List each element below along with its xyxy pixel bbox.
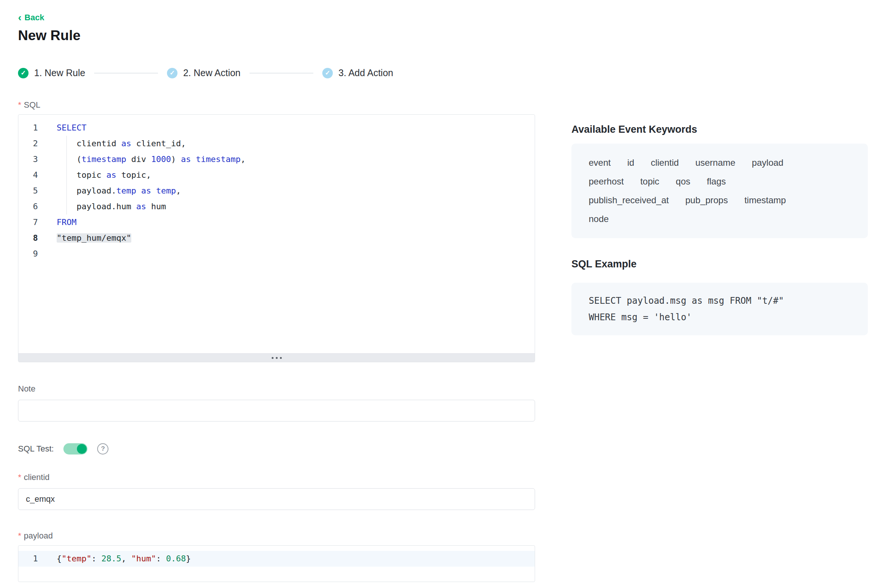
sql-test-row: SQL Test: ?	[18, 443, 535, 454]
payload-code-editor[interactable]: 1{"temp": 28.5, "hum": 0.68}	[18, 546, 535, 582]
keywords-row: peerhosttopicqosflags	[589, 172, 851, 191]
step-check-icon: ✓	[322, 68, 333, 78]
code-line: 1{"temp": 28.5, "hum": 0.68}	[18, 551, 535, 567]
keywords-box: eventidclientidusernamepayloadpeerhostto…	[571, 144, 868, 238]
line-number: 7	[18, 214, 47, 230]
event-keyword: clientid	[651, 153, 679, 172]
keywords-row: node	[589, 210, 851, 228]
sql-example-title: SQL Example	[571, 258, 868, 270]
side-panel: Available Event Keywords eventidclientid…	[571, 0, 868, 335]
step-connector	[250, 73, 313, 74]
code-line: 7FROM	[18, 214, 535, 230]
event-keyword: qos	[676, 172, 690, 191]
payload-label: * payload	[18, 531, 535, 541]
line-number: 2	[18, 136, 47, 152]
sql-test-toggle[interactable]	[63, 443, 87, 454]
step-2: ✓2. New Action	[167, 68, 241, 78]
line-number: 5	[18, 183, 47, 199]
line-number: 9	[18, 246, 47, 262]
code-line: 9	[18, 246, 535, 262]
sql-test-label: SQL Test:	[18, 444, 54, 454]
line-number: 6	[18, 199, 47, 214]
event-keyword: event	[589, 153, 611, 172]
main-column: ‹ Back New Rule ✓1. New Rule✓2. New Acti…	[18, 0, 535, 582]
code-line: 3 (timestamp div 1000) as timestamp,	[18, 152, 535, 167]
event-keyword: peerhost	[589, 172, 624, 191]
event-keyword: flags	[707, 172, 726, 191]
step-check-icon: ✓	[18, 68, 29, 78]
clientid-input[interactable]	[18, 488, 535, 510]
note-input[interactable]	[18, 400, 535, 422]
step-label: 3. Add Action	[338, 68, 393, 78]
keywords-row: publish_received_atpub_propstimestamp	[589, 191, 851, 210]
code-line: 5 payload.temp as temp,	[18, 183, 535, 199]
sql-editor: 1SELECT2 clientid as client_id,3 (timest…	[18, 114, 535, 362]
help-icon[interactable]: ?	[97, 443, 108, 454]
clientid-label-text: clientid	[24, 472, 50, 482]
keywords-row: eventidclientidusernamepayload	[589, 153, 851, 172]
sql-example-box: SELECT payload.msg as msg FROM "t/#"WHER…	[571, 283, 868, 335]
event-keyword: timestamp	[744, 191, 786, 210]
step-label: 1. New Rule	[34, 68, 85, 78]
line-number: 4	[18, 167, 47, 183]
sql-example-line: WHERE msg = 'hello'	[589, 309, 851, 326]
clientid-label: * clientid	[18, 472, 535, 482]
code-line: 4 topic as topic,	[18, 167, 535, 183]
steps-indicator: ✓1. New Rule✓2. New Action✓3. Add Action	[18, 68, 535, 78]
page-title: New Rule	[18, 28, 535, 44]
code-line: 8"temp_hum/emqx"	[18, 230, 535, 246]
back-link[interactable]: ‹ Back	[18, 13, 44, 22]
step-check-icon: ✓	[167, 68, 177, 78]
line-number: 1	[18, 551, 47, 567]
editor-resize-handle[interactable]	[18, 353, 535, 362]
note-label-text: Note	[18, 384, 35, 394]
event-keyword: pub_props	[685, 191, 728, 210]
required-marker: *	[18, 472, 21, 482]
step-1: ✓1. New Rule	[18, 68, 85, 78]
drag-dots-icon	[276, 357, 278, 359]
toggle-knob	[77, 444, 87, 454]
back-label: Back	[24, 13, 44, 22]
sql-code-editor[interactable]: 1SELECT2 clientid as client_id,3 (timest…	[18, 115, 535, 353]
event-keyword: id	[627, 153, 634, 172]
line-number: 1	[18, 120, 47, 136]
step-connector	[94, 73, 158, 74]
code-line: 1SELECT	[18, 120, 535, 136]
event-keyword: username	[695, 153, 735, 172]
event-keyword: topic	[640, 172, 659, 191]
indent-guide	[66, 136, 67, 214]
code-line: 2 clientid as client_id,	[18, 136, 535, 152]
payload-label-text: payload	[24, 531, 53, 541]
sql-example-line: SELECT payload.msg as msg FROM "t/#"	[589, 292, 851, 309]
step-3: ✓3. Add Action	[322, 68, 393, 78]
event-keyword: payload	[752, 153, 783, 172]
event-keyword: publish_received_at	[589, 191, 669, 210]
payload-editor: 1{"temp": 28.5, "hum": 0.68}	[18, 545, 535, 582]
step-label: 2. New Action	[183, 68, 241, 78]
note-label: Note	[18, 384, 535, 394]
sql-label-text: SQL	[24, 100, 41, 110]
sql-label: * SQL	[18, 100, 535, 110]
event-keyword: node	[589, 210, 609, 228]
required-marker: *	[18, 531, 21, 541]
code-line: 6 payload.hum as hum	[18, 199, 535, 214]
line-number: 3	[18, 152, 47, 167]
chevron-left-icon: ‹	[18, 14, 21, 22]
line-number: 8	[18, 230, 47, 246]
keywords-panel-title: Available Event Keywords	[571, 124, 868, 135]
required-marker: *	[18, 100, 21, 110]
